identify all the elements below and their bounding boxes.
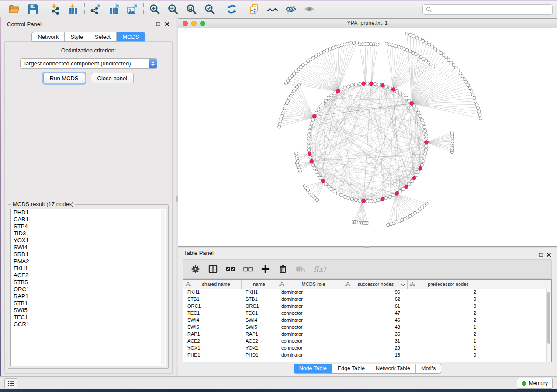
table-cell[interactable]: ORC1: [183, 303, 242, 309]
table-cell[interactable]: dominator: [277, 330, 343, 337]
mcds-result-item[interactable]: SWI5: [11, 307, 166, 314]
graph-node[interactable]: [350, 198, 354, 201]
graph-node[interactable]: [467, 84, 470, 87]
zoom-fit-icon[interactable]: [186, 3, 197, 15]
graph-node[interactable]: [366, 199, 369, 203]
graph-node[interactable]: [442, 54, 445, 57]
table-cell[interactable]: 0: [408, 296, 481, 303]
graph-node[interactable]: [309, 156, 312, 159]
graph-node[interactable]: [309, 125, 312, 129]
graph-node[interactable]: [311, 118, 315, 122]
network-graph[interactable]: [178, 28, 557, 246]
graph-node[interactable]: [419, 115, 422, 118]
graph-hub-node[interactable]: [381, 83, 385, 87]
graph-node[interactable]: [350, 84, 354, 87]
column-header-shared-name[interactable]: shared name: [183, 280, 242, 289]
graph-node[interactable]: [377, 83, 381, 86]
graph-node[interactable]: [434, 47, 437, 50]
table-cell[interactable]: 0: [408, 303, 481, 309]
graph-hub-node[interactable]: [310, 159, 314, 163]
graph-node[interactable]: [423, 156, 426, 159]
graph-node[interactable]: [415, 173, 418, 177]
graph-node[interactable]: [415, 108, 418, 111]
graph-node[interactable]: [477, 110, 481, 113]
search-input[interactable]: [432, 5, 552, 14]
graph-node[interactable]: [424, 133, 428, 137]
add-row-icon[interactable]: [260, 264, 270, 274]
graph-node[interactable]: [391, 44, 394, 47]
graph-node[interactable]: [316, 199, 319, 202]
graph-node[interactable]: [330, 187, 333, 191]
graph-hub-node[interactable]: [381, 197, 385, 201]
graph-node[interactable]: [317, 108, 320, 111]
show-columns-icon[interactable]: [208, 264, 218, 274]
graph-node[interactable]: [388, 195, 392, 199]
graph-node[interactable]: [445, 56, 448, 59]
graph-node[interactable]: [333, 92, 336, 95]
table-cell[interactable]: connector: [277, 337, 343, 344]
table-cell[interactable]: 62: [343, 296, 408, 303]
mcds-result-item[interactable]: ACE2: [11, 272, 166, 279]
column-header-predecessor-nodes[interactable]: predecessor nodes: [408, 280, 481, 289]
graph-node[interactable]: [424, 148, 428, 152]
graph-node[interactable]: [408, 99, 411, 103]
graph-node[interactable]: [319, 176, 322, 180]
mcds-result-item[interactable]: GCR1: [11, 321, 166, 328]
table-cell[interactable]: dominator: [277, 351, 343, 358]
graph-node[interactable]: [343, 43, 346, 46]
graph-node[interactable]: [400, 46, 403, 49]
graph-node[interactable]: [355, 41, 358, 44]
graph-node[interactable]: [385, 85, 388, 88]
zoom-selected-icon[interactable]: [204, 3, 215, 15]
table-cell[interactable]: 96: [343, 289, 408, 296]
table-cell[interactable]: TEC1: [242, 309, 277, 316]
graph-node[interactable]: [358, 43, 361, 46]
table-cell[interactable]: 31: [343, 337, 408, 344]
graph-node[interactable]: [366, 82, 369, 85]
table-cell[interactable]: 2: [408, 330, 481, 337]
mcds-result-item[interactable]: ORC1: [11, 286, 166, 293]
graph-node[interactable]: [340, 193, 343, 197]
close-table-panel-icon[interactable]: [546, 251, 552, 257]
table-cell[interactable]: TEC1: [183, 309, 242, 316]
graph-node[interactable]: [307, 148, 311, 152]
graph-node[interactable]: [417, 170, 420, 174]
graph-node[interactable]: [327, 96, 330, 100]
graph-node[interactable]: [465, 81, 468, 84]
table-cell[interactable]: 2: [408, 316, 481, 323]
table-cell[interactable]: YOX1: [183, 344, 242, 351]
table-settings-icon[interactable]: [190, 264, 201, 274]
graph-node[interactable]: [374, 199, 377, 203]
mcds-result-item[interactable]: PHD1: [11, 209, 166, 216]
graph-node[interactable]: [476, 107, 479, 110]
graph-node[interactable]: [431, 45, 434, 48]
table-row[interactable]: YOX1YOX1connector291: [183, 344, 547, 351]
graph-hub-node[interactable]: [395, 192, 399, 196]
table-cell[interactable]: RAP1: [183, 330, 242, 337]
graph-node[interactable]: [331, 47, 334, 50]
graph-hub-node[interactable]: [308, 152, 311, 156]
mcds-result-item[interactable]: SRD1: [11, 251, 166, 258]
graph-node[interactable]: [346, 42, 349, 45]
mcds-result-item[interactable]: STB5: [11, 279, 166, 286]
graph-hub-node[interactable]: [362, 82, 366, 86]
first-neighbors-icon[interactable]: [267, 3, 278, 15]
graph-node[interactable]: [354, 83, 358, 86]
graph-node[interactable]: [370, 199, 373, 203]
graph-node[interactable]: [423, 125, 426, 129]
graph-node[interactable]: [395, 89, 399, 93]
search-field[interactable]: [422, 4, 553, 15]
graph-node[interactable]: [307, 133, 311, 137]
graph-node[interactable]: [468, 87, 471, 90]
table-cell[interactable]: connector: [277, 344, 343, 351]
table-cell[interactable]: SWI4: [242, 316, 277, 323]
graph-node[interactable]: [307, 141, 310, 144]
graph-node[interactable]: [401, 94, 405, 97]
graph-node[interactable]: [310, 122, 313, 125]
graph-node[interactable]: [333, 189, 336, 193]
tab-motifs[interactable]: Motifs: [415, 364, 441, 373]
graph-node[interactable]: [352, 41, 355, 45]
graph-node[interactable]: [319, 105, 322, 108]
table-row[interactable]: SWI4SWI4dominator462: [183, 316, 547, 323]
graph-node[interactable]: [398, 189, 402, 193]
